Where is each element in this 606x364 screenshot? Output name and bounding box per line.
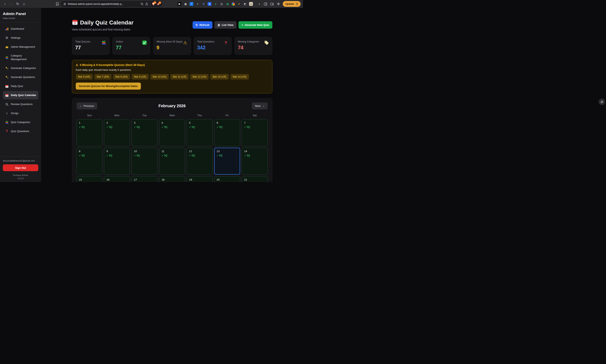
extensions-row: ▶▣✓×⚙S●▤▦≡◩a [178, 2, 253, 6]
calendar-day-1[interactable]: 1✓ 5Q [77, 119, 103, 146]
question-icon: ? [5, 129, 9, 133]
calendar-day-20[interactable]: 20✓ 5Q [214, 176, 240, 182]
files-extension-icon[interactable]: ▤ [220, 2, 223, 6]
day-number: 18 [162, 178, 182, 181]
previous-month-button[interactable]: ← Previous [77, 103, 97, 109]
calendar-day-12[interactable]: 12✓ 5Q [187, 148, 212, 175]
green-dot-extension-icon[interactable]: ● [214, 2, 218, 6]
calendar-day-9[interactable]: 9✓ 5Q [104, 148, 130, 175]
sheets-extension-icon[interactable]: ▦ [226, 2, 230, 6]
calendar-day-5[interactable]: 5✓ 5Q [187, 119, 212, 146]
sidebar-item-label: Daily Quiz [11, 84, 23, 88]
incomplete-date-chip[interactable]: Mar 7 (3/5) [94, 74, 111, 79]
screen-capture-extension-icon[interactable]: ▣ [183, 2, 187, 6]
address-bar[interactable]: firebase-admin-panel.vercel.app/admin/da… [61, 1, 162, 7]
reload-button[interactable]: ↻ [15, 1, 20, 7]
list-extension-icon[interactable]: ≡ [237, 2, 241, 6]
next-month-button[interactable]: Next → [252, 103, 268, 109]
share-icon[interactable] [145, 2, 148, 5]
calendar-day-14[interactable]: 14✓ 5Q [242, 148, 268, 175]
main-content: 17 Daily Quiz Calendar View scheduled qu… [41, 8, 303, 182]
calendar-day-21[interactable]: 21✓ 5Q [242, 176, 268, 182]
leo-spark-icon[interactable] [276, 1, 281, 7]
incomplete-date-chip[interactable]: Mar 12 (1/5) [190, 74, 209, 79]
generate-missing-button[interactable]: Generate Quizzes for Missing/Incomplete … [76, 83, 141, 90]
app-window: Admin Panel Data Center Dashboard⚙Settin… [0, 8, 303, 182]
sidebar-item-generate-categories[interactable]: Generate Categories [3, 64, 38, 72]
sidebar-item-daily-quiz-calendar[interactable]: 17Daily Quiz Calendar [3, 91, 38, 99]
site-controls-icon[interactable] [63, 3, 66, 5]
pinwheel-extension-icon[interactable] [232, 2, 235, 6]
calendar-day-11[interactable]: 11✓ 5Q [159, 148, 185, 175]
chat-extension-icon[interactable]: ✓ [190, 2, 193, 6]
calendar-day-16[interactable]: 16✓ 5Q [104, 176, 130, 182]
brave-shield-icon[interactable]: 1 [152, 2, 155, 6]
generate-new-quiz-button[interactable]: + Generate New Quiz [238, 21, 272, 29]
sidebar-panel-icon[interactable] [263, 1, 268, 7]
calendar-day-6[interactable]: 6✓ 5Q [214, 119, 240, 146]
calendar-day-10[interactable]: 10✓ 5Q [131, 148, 157, 175]
sidebar-item-label: Quiz Questions [11, 130, 29, 133]
browser-update-button[interactable]: Update ☰ [283, 1, 301, 7]
incomplete-date-chip[interactable]: Mar 14 (1/5) [231, 74, 249, 79]
calendar-day-13[interactable]: 13✓ 5Q [214, 148, 240, 175]
stat-value: 74 [238, 45, 269, 51]
calendar-day-3[interactable]: 3✓ 5Q [131, 119, 157, 146]
day-number: 20 [217, 178, 238, 181]
sidebar-item-quiz-categories[interactable]: Quiz Categories [3, 118, 38, 127]
wallet-icon[interactable] [269, 1, 275, 7]
list-view-button[interactable]: List View [214, 21, 236, 29]
incomplete-date-chip[interactable]: Mar 6 (4/5) [76, 74, 93, 79]
sidebar-item-settings[interactable]: ⚙Settings [3, 34, 38, 42]
calendar-day-19[interactable]: 19✓ 5Q [187, 176, 212, 182]
sidebar-item-dashboard[interactable]: Dashboard [3, 25, 38, 33]
sidebar-item-daily-quiz[interactable]: 17Daily Quiz [3, 82, 38, 91]
calendar-day-2[interactable]: 2✓ 5Q [104, 119, 130, 146]
home-button[interactable]: ⌂ [21, 1, 27, 7]
forward-button[interactable]: › [8, 1, 14, 7]
sidebar-item-category-management[interactable]: Category Management [3, 52, 38, 63]
stat-card-missing-categories: Missing Categories74 [234, 37, 272, 55]
puzzle-extensions-icon[interactable]: ◩ [243, 2, 247, 6]
url-text[interactable]: firebase-admin-panel.vercel.app/admin/da… [68, 2, 139, 5]
sidebar-item-generate-questions[interactable]: Generate Questions [3, 73, 38, 81]
mute-tab-icon[interactable]: × [196, 2, 199, 6]
calendar-day-7[interactable]: 7✓ 5Q [242, 119, 268, 146]
media-music-icon[interactable]: ♪ [256, 1, 262, 7]
calendar-day-17[interactable]: 17✓ 5Q [131, 176, 157, 182]
calendar-day-18[interactable]: 18✓ 5Q [159, 176, 185, 182]
zoom-out-icon[interactable] [141, 2, 143, 5]
calendar-icon: 17 [5, 84, 9, 88]
brave-rewards-icon[interactable]: 1 [157, 2, 160, 5]
sidebar-footer: harrysvallabhaneni1@gmail.com Sign Out F… [3, 155, 38, 180]
browser-toolbar: ‹ › ↻ ⌂ firebase-admin-panel.vercel.app/… [0, 0, 303, 8]
incomplete-date-chip[interactable]: Mar 9 (2/5) [132, 74, 149, 79]
calendar-day-15[interactable]: 15✓ 5Q [77, 176, 103, 182]
day-number: 8 [79, 150, 100, 153]
incomplete-date-chip[interactable]: Mar 10 (2/5) [150, 74, 169, 79]
bookmark-icon[interactable] [54, 1, 60, 7]
calendar-day-4[interactable]: 4✓ 5Q [159, 119, 185, 146]
browser-menu-icon[interactable]: ☰ [296, 2, 298, 6]
play-extension-icon[interactable]: ▶ [178, 2, 181, 6]
sidebar-item-review-questions[interactable]: Review Questions [3, 100, 38, 108]
calendar-day-8[interactable]: 8✓ 5Q [77, 148, 103, 175]
sidebar-item-admin-management[interactable]: Admin Management [3, 43, 38, 51]
svg-text:17: 17 [6, 95, 8, 97]
quiz-count-badge: ✓ 5Q [106, 154, 128, 157]
day-number: 17 [134, 178, 155, 181]
sign-out-button[interactable]: Sign Out [3, 164, 38, 171]
incomplete-date-chip[interactable]: Mar 11 (1/5) [170, 74, 189, 79]
refresh-button[interactable]: ↻ Refresh [193, 21, 213, 29]
incomplete-date-chip[interactable]: Mar 13 (1/5) [210, 74, 229, 79]
back-button[interactable]: ‹ [2, 1, 8, 7]
s-extension-icon[interactable]: S [208, 2, 211, 6]
incomplete-date-chip[interactable]: Mar 8 (3/5) [113, 74, 130, 79]
quiz-count-badge: ✓ 5Q [244, 154, 265, 157]
weekday-label: Mon [104, 114, 130, 117]
gear-extension-icon[interactable]: ⚙ [202, 2, 206, 6]
archive-extension-icon[interactable]: a [249, 2, 253, 6]
sidebar-item-songs[interactable]: ♪Songs [3, 109, 38, 117]
stat-value: 342 [197, 45, 228, 51]
sidebar-item-quiz-questions[interactable]: ?Quiz Questions [3, 127, 38, 135]
